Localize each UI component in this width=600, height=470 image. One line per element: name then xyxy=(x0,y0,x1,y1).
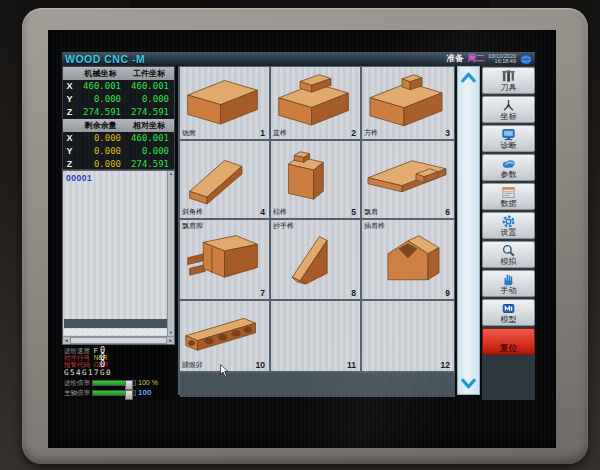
grid-cell-10[interactable]: 腰眼卯 10 xyxy=(180,301,271,371)
sidebar-item-label: 刀具 xyxy=(501,83,517,92)
feed-rate-label: 进给速度 xyxy=(64,347,90,354)
sidebar-item-label: 参数 xyxy=(501,170,517,179)
sidebar-item-label: 模型 xyxy=(501,315,517,324)
sidebar-item-reset[interactable]: 复位 xyxy=(482,328,535,355)
alarm-code-label: 报警代码 xyxy=(64,361,90,368)
spindle-override-slider[interactable] xyxy=(92,390,136,396)
coordinate-row: X 0.000 460.001 xyxy=(63,132,174,145)
relative-coords-header: 相对坐标 xyxy=(125,120,173,131)
sidebar-item-coords[interactable]: 坐标 xyxy=(482,96,535,123)
joint-label: 直榫 xyxy=(273,128,287,138)
monitor-icon xyxy=(501,127,516,141)
scroll-up-icon[interactable]: ▲ xyxy=(169,171,173,177)
grid-cell-9[interactable]: 插肩榫 9 xyxy=(362,220,454,299)
page-down-icon[interactable] xyxy=(459,377,478,390)
joint-number: 2 xyxy=(351,128,356,138)
work-coords-header: 工件坐标 xyxy=(125,68,173,79)
grid-cell-8[interactable]: 抄手榫 8 xyxy=(271,220,362,299)
grid-filler xyxy=(180,373,455,397)
feed-override-value: 100 xyxy=(138,379,150,386)
horizontal-scrollbar[interactable]: ◄ ► xyxy=(63,336,174,344)
axes-icon xyxy=(501,98,516,112)
spindle-override-label: 主轴倍率 xyxy=(64,389,90,396)
grid-cell-6[interactable]: 飘肩 6 xyxy=(362,141,454,218)
grid-cell-5[interactable]: 棕榫 5 xyxy=(271,141,362,218)
joint-illustration xyxy=(180,72,269,132)
function-sidebar: 刀具 坐标 诊断 参数 数据 设置 模拟 手动 模型 复位 xyxy=(482,66,535,400)
sidebar-item-data[interactable]: 数据 xyxy=(482,183,535,210)
joint-illustration xyxy=(180,148,269,208)
joint-number: 3 xyxy=(445,128,450,138)
spindle-override-value: 100 xyxy=(138,389,151,396)
model-icon xyxy=(501,301,516,315)
scroll-left-icon[interactable]: ◄ xyxy=(64,338,68,343)
joint-illustration xyxy=(362,147,454,209)
sidebar-item-label: 坐标 xyxy=(501,112,517,121)
feed-rate-code: F xyxy=(94,347,98,354)
selected-row[interactable] xyxy=(64,319,168,328)
tools-icon xyxy=(501,69,516,83)
joint-template-grid: 铣面 1 直榫 2 方榫 3 斜角榫 4 棕榫 5 飘肩 6 飘肩脚 7 抄手榫 xyxy=(178,66,455,395)
joint-label: 飘肩脚 xyxy=(182,221,203,231)
joint-number: 11 xyxy=(347,360,356,370)
joint-number: 12 xyxy=(441,360,450,370)
feed-override-slider[interactable] xyxy=(92,380,136,386)
cnc-ui: WOOD CNC -M 准备 周二 03/10/2020 16:18:49 xyxy=(62,52,535,400)
sidebar-item-tools[interactable]: 刀具 xyxy=(482,67,535,94)
feed-override-label: 进给倍率 xyxy=(64,379,90,386)
grid-cell-1[interactable]: 铣面 1 xyxy=(180,67,271,139)
joint-illustration xyxy=(362,227,454,289)
time: 16:18:49 xyxy=(488,59,516,65)
gear-icon xyxy=(501,214,516,228)
sidebar-item-label: 设置 xyxy=(501,228,517,237)
sidebar-item-label: 模拟 xyxy=(501,257,517,266)
scrollbar-thumb[interactable] xyxy=(70,337,166,344)
joint-label: 抄手榫 xyxy=(273,221,294,231)
weekday: 周二 xyxy=(467,53,484,65)
feed-override-unit: % xyxy=(152,379,158,386)
joint-label: 棕榫 xyxy=(273,207,287,217)
alarm-value: 0 xyxy=(100,361,105,368)
joint-number: 5 xyxy=(351,207,356,217)
joint-number: 4 xyxy=(260,207,265,217)
globe-icon xyxy=(520,54,532,65)
sidebar-item-model[interactable]: 模型 xyxy=(482,299,535,326)
sidebar-item-diagnose[interactable]: 诊断 xyxy=(482,125,535,152)
joint-illustration xyxy=(271,72,360,132)
joint-number: 6 xyxy=(445,207,450,217)
sidebar-item-params[interactable]: 参数 xyxy=(482,154,535,181)
grid-scroll-strip[interactable] xyxy=(457,66,480,395)
joint-number: 8 xyxy=(351,288,356,298)
sidebar-item-simulate[interactable]: 模拟 xyxy=(482,241,535,268)
grid-cell-11[interactable]: 11 xyxy=(271,301,362,371)
list-row xyxy=(64,329,168,335)
joint-illustration xyxy=(362,304,454,366)
joint-illustration xyxy=(271,305,360,365)
joint-number: 7 xyxy=(260,288,265,298)
hand-icon xyxy=(501,272,516,286)
grid-cell-2[interactable]: 直榫 2 xyxy=(271,67,362,139)
grid-cell-4[interactable]: 斜角榫 4 xyxy=(180,141,271,218)
coordinate-row: Y 0.000 0.000 xyxy=(63,145,174,158)
grid-cell-7[interactable]: 飘肩脚 7 xyxy=(180,220,271,299)
vertical-scrollbar[interactable]: ▲ ▼ xyxy=(167,171,174,336)
coordinates-panel: 机械坐标 工件坐标 X 460.001 460.001 Y 0.000 0.00… xyxy=(62,66,175,170)
sidebar-item-manual[interactable]: 手动 xyxy=(482,270,535,297)
joint-illustration xyxy=(180,228,269,288)
sidebar-item-label: 复位 xyxy=(500,344,518,353)
left-panel: 机械坐标 工件坐标 X 460.001 460.001 Y 0.000 0.00… xyxy=(62,66,175,400)
joint-illustration xyxy=(271,228,360,288)
grid-cell-3[interactable]: 方榫 3 xyxy=(362,67,454,139)
grid-cell-12[interactable]: 12 xyxy=(362,301,454,371)
joint-number: 1 xyxy=(260,128,265,138)
program-list[interactable]: 00001 ▲ ▼ ◄ ► xyxy=(62,170,175,345)
scroll-right-icon[interactable]: ► xyxy=(169,338,173,343)
page-up-icon[interactable] xyxy=(459,71,478,84)
joint-illustration xyxy=(362,71,454,133)
sidebar-item-settings[interactable]: 设置 xyxy=(482,212,535,239)
title-bar: WOOD CNC -M 准备 周二 03/10/2020 16:18:49 xyxy=(62,52,535,66)
coordinate-row: Z 0.000 274.591 xyxy=(63,157,174,170)
coordinate-row: Y 0.000 0.000 xyxy=(63,93,174,106)
sidebar-item-label: 诊断 xyxy=(501,141,517,150)
joint-label: 斜角榫 xyxy=(182,207,203,217)
